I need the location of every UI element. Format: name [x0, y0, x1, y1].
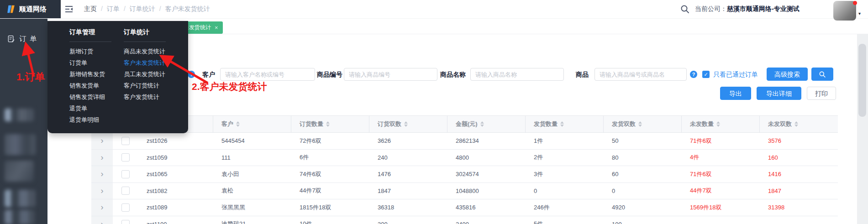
masked-sidebar-item[interactable]	[5, 210, 35, 224]
row-checkbox[interactable]	[121, 187, 130, 195]
row-expand-icon[interactable]: ›	[91, 183, 113, 199]
row-checkbox[interactable]	[121, 170, 130, 178]
product-name-label: 商品名称	[440, 68, 466, 81]
cell-code: zst1059	[138, 150, 213, 166]
header-label: 订货双数	[378, 120, 401, 128]
advanced-search-button[interactable]: 高级搜索	[767, 68, 808, 81]
header-label: 未发双数	[768, 120, 792, 128]
cell-unship-qty: 4件	[682, 150, 760, 166]
row-checkbox-cell	[113, 216, 138, 224]
cell-amount: 435816	[447, 199, 526, 216]
menu-item-customer-order-stats[interactable]: 客户订货统计	[124, 80, 178, 91]
header-unship-qty[interactable]: 未发数量	[682, 116, 760, 132]
menu-item-new-order[interactable]: 新增订货	[69, 46, 124, 57]
sort-icon[interactable]	[716, 121, 720, 127]
product-name-input[interactable]	[470, 68, 564, 81]
vertical-scrollbar-track[interactable]	[857, 34, 868, 224]
header-ship-qty[interactable]: 发货数量	[526, 116, 604, 132]
cell-ship-qty: 3件	[526, 166, 604, 182]
company-name: 慈溪市顺通网络-专业测试	[727, 5, 800, 12]
header-label: 金额(元)	[456, 120, 478, 128]
row-expand-icon[interactable]: ›	[91, 216, 113, 224]
menu-item-return-order-detail[interactable]: 退货单明细	[69, 114, 124, 125]
row-expand-icon[interactable]: ›	[91, 199, 113, 216]
avatar-dropdown-caret-icon[interactable]: ▾	[858, 11, 861, 16]
menu-item-new-sales-shipment[interactable]: 新增销售发货	[69, 68, 124, 80]
sort-icon[interactable]	[638, 121, 642, 127]
breadcrumb-home[interactable]: 主页	[84, 5, 97, 13]
header-ship-pairs[interactable]: 发货双数	[604, 116, 682, 132]
row-checkbox[interactable]	[121, 153, 130, 161]
unshipped-stats-table: 客户 订货数量 订货双数 金额(元) 发货数量 发货双数 未发数量 未发双数 ›…	[91, 115, 838, 224]
header-label: 发货数量	[534, 120, 558, 128]
cell-order-qty: 74件6双	[291, 166, 369, 182]
product-help-icon[interactable]: ?	[690, 71, 697, 78]
masked-sidebar-item[interactable]	[5, 134, 36, 155]
cell-code: zst1082	[138, 183, 213, 199]
header-customer[interactable]: 客户	[213, 116, 291, 132]
header-order-pairs[interactable]: 订货双数	[369, 116, 447, 132]
cell-unship-qty: 44件7双	[682, 183, 760, 199]
cell-unship-pairs: 3576	[760, 133, 838, 149]
row-checkbox[interactable]	[121, 137, 130, 145]
cell-unship-pairs	[760, 216, 838, 224]
collapse-menu-icon[interactable]	[64, 5, 74, 14]
sort-icon[interactable]	[480, 121, 484, 127]
print-button[interactable]: 打印	[807, 87, 836, 100]
table-row: › zst1089 张黑黑黑 1815件18双 36318 435816 246…	[91, 199, 838, 216]
cell-unship-qty: 71件6双	[682, 166, 760, 182]
menu-item-customer-shipment-stats[interactable]: 客户发货统计	[124, 91, 178, 103]
sort-icon[interactable]	[794, 121, 798, 127]
sort-icon[interactable]	[404, 121, 408, 127]
cell-order-qty: 10件	[291, 216, 369, 224]
breadcrumb-order-stats[interactable]: 订单统计	[130, 5, 155, 13]
menu-item-product-unshipped-stats[interactable]: 商品未发货统计	[124, 46, 178, 57]
customer-input[interactable]	[220, 68, 315, 81]
masked-sidebar-item[interactable]	[5, 190, 36, 207]
table-row: › zst1026 5445454 72件6双 3626 2862134 1件 …	[91, 133, 838, 150]
product-code-input[interactable]	[344, 68, 437, 81]
menu-item-sales-shipment-list[interactable]: 销售发货单	[69, 80, 124, 91]
search-icon[interactable]	[680, 5, 689, 14]
menu-item-sales-shipment-detail[interactable]: 销售发货详细	[69, 91, 124, 103]
row-checkbox[interactable]	[121, 220, 130, 224]
sidebar-item-orders[interactable]: 订单	[0, 31, 47, 47]
masked-sidebar-item[interactable]	[5, 109, 34, 121]
row-expand-icon[interactable]: ›	[91, 133, 113, 149]
cell-amount: 4800	[447, 150, 526, 166]
only-approved-checkbox[interactable]: ✓	[702, 71, 710, 78]
table-row: › zst1100 迪赞瑞21 10件 300 2400 5件 100	[91, 216, 838, 224]
logo[interactable]: 顺通网络	[0, 0, 61, 18]
row-expand-icon[interactable]: ›	[91, 166, 113, 182]
breadcrumb-separator: /	[101, 5, 103, 13]
menu-item-order-list[interactable]: 订货单	[69, 57, 124, 68]
orders-dropdown-menu: 订单管理 新增订货 订货单 新增销售发货 销售发货单 销售发货详细 退货单 退货…	[47, 21, 188, 133]
cell-order-pairs: 1847	[369, 183, 447, 199]
customer-help-icon[interactable]: ?	[188, 71, 195, 78]
sort-icon[interactable]	[560, 121, 564, 127]
product-input[interactable]	[594, 68, 687, 81]
export-button[interactable]: 导出	[720, 87, 751, 100]
tab-close-icon[interactable]: ×	[215, 21, 218, 34]
export-detail-button[interactable]: 导出详细	[757, 87, 801, 100]
breadcrumb-order[interactable]: 订单	[107, 5, 120, 13]
menu-item-customer-unshipped-stats[interactable]: 客户未发货统计	[124, 57, 178, 68]
sort-icon[interactable]	[236, 121, 240, 127]
only-approved-label[interactable]: 只看已通过订单	[713, 68, 758, 80]
header-unship-pairs[interactable]: 未发双数	[760, 116, 838, 132]
search-button[interactable]	[811, 68, 833, 81]
cell-code: zst1065	[138, 166, 213, 182]
menu-item-return-order[interactable]: 退货单	[69, 103, 124, 114]
masked-sidebar-item[interactable]	[5, 161, 34, 182]
sort-icon[interactable]	[326, 121, 330, 127]
header-label: 客户	[221, 120, 233, 128]
row-checkbox-cell	[113, 133, 138, 149]
vertical-scrollbar-thumb[interactable]	[858, 44, 866, 117]
menu-item-staff-unshipped-stats[interactable]: 员工未发货统计	[124, 68, 178, 80]
header-order-qty[interactable]: 订货数量	[291, 116, 369, 132]
row-checkbox[interactable]	[121, 203, 130, 212]
menu-column-order-management: 订单管理 新增订货 订货单 新增销售发货 销售发货单 销售发货详细 退货单 退货…	[69, 28, 124, 133]
row-expand-icon[interactable]: ›	[91, 150, 113, 166]
row-checkbox-cell	[113, 150, 138, 166]
header-amount[interactable]: 金额(元)	[447, 116, 526, 132]
